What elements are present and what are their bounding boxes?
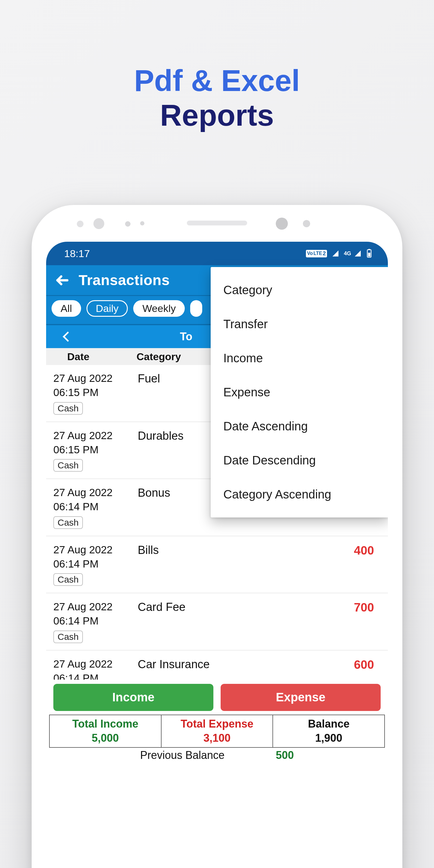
tx-date: 27 Aug 2022 xyxy=(53,542,138,557)
table-row[interactable]: 27 Aug 2022 06:14 PM Cash Bills 400 xyxy=(46,536,388,594)
battery-icon xyxy=(366,249,372,258)
marketing-headline: Pdf & Excel Reports xyxy=(0,63,434,133)
summary-label: Total Income xyxy=(72,717,138,731)
tx-time: 06:14 PM xyxy=(53,614,138,628)
status-icons: VoLTE2 4G xyxy=(306,249,372,258)
tx-date: 27 Aug 2022 xyxy=(53,485,138,499)
speaker-grille-icon xyxy=(187,221,247,225)
prev-balance-label: Previous Balance xyxy=(140,749,224,762)
wallet-badge: Cash xyxy=(53,630,83,643)
page-title: Transactions xyxy=(79,272,170,288)
summary-value: 3,100 xyxy=(204,731,230,745)
sort-filter-menu: Category Transfer Income Expense Date As… xyxy=(211,267,388,518)
tx-date: 27 Aug 2022 xyxy=(53,657,138,671)
prev-balance-value: 500 xyxy=(276,749,294,762)
summary-total-income: Total Income 5,000 xyxy=(50,715,161,747)
back-arrow-icon[interactable] xyxy=(55,274,68,287)
tx-date: 27 Aug 2022 xyxy=(53,599,138,614)
summary-previous-balance: Previous Balance 500 xyxy=(46,748,388,763)
front-camera-icon xyxy=(276,218,288,230)
phone-frame: 18:17 VoLTE2 4G Transaction xyxy=(32,205,402,868)
table-row[interactable]: 27 Aug 2022 06:14 PM Car Insurance 600 xyxy=(46,651,388,680)
sensor-dot-icon xyxy=(93,218,104,229)
summary-label: Total Expense xyxy=(181,717,253,731)
menu-item-date-descending[interactable]: Date Descending xyxy=(211,443,388,477)
menu-item-expense[interactable]: Expense xyxy=(211,375,388,409)
tx-time: 06:15 PM xyxy=(53,442,138,457)
sensor-dot-icon xyxy=(77,221,84,227)
volte-icon: VoLTE2 xyxy=(306,250,327,257)
svg-rect-1 xyxy=(368,253,370,257)
filter-chip-weekly[interactable]: Weekly xyxy=(133,300,185,317)
phone-hardware-top xyxy=(32,205,402,232)
chevron-left-icon[interactable] xyxy=(63,332,73,342)
status-time: 18:17 xyxy=(64,248,90,259)
wallet-badge: Cash xyxy=(53,459,83,472)
signal-icon xyxy=(331,250,340,257)
headline-line-1: Pdf & Excel xyxy=(0,63,434,98)
action-button-row: Income Expense xyxy=(46,680,388,715)
filter-chip-next[interactable] xyxy=(190,300,202,317)
summary-value: 5,000 xyxy=(92,731,119,745)
tx-time: 06:14 PM xyxy=(53,671,138,680)
summary-table: Total Income 5,000 Total Expense 3,100 B… xyxy=(49,715,385,748)
tx-category: Card Fee xyxy=(138,599,320,643)
sensor-dot-icon xyxy=(140,221,144,225)
sensor-dot-icon xyxy=(125,221,130,227)
tx-amount: 400 xyxy=(320,542,381,586)
expense-button[interactable]: Expense xyxy=(221,684,381,711)
filter-chip-all[interactable]: All xyxy=(52,300,81,317)
menu-item-date-ascending[interactable]: Date Ascending xyxy=(211,409,388,443)
tx-date: 27 Aug 2022 xyxy=(53,428,138,442)
phone-screen: 18:17 VoLTE2 4G Transaction xyxy=(46,242,388,868)
signal-icon xyxy=(353,250,362,257)
tx-category: Car Insurance xyxy=(138,657,320,680)
sensor-dot-icon xyxy=(303,220,310,227)
table-row[interactable]: 27 Aug 2022 06:14 PM Cash Card Fee 700 xyxy=(46,593,388,651)
tx-time: 06:15 PM xyxy=(53,385,138,399)
filter-chip-daily[interactable]: Daily xyxy=(87,300,128,317)
network-4g-label: 4G xyxy=(344,250,351,257)
wallet-badge: Cash xyxy=(53,516,83,529)
svg-rect-2 xyxy=(369,249,370,250)
tx-time: 06:14 PM xyxy=(53,557,138,571)
summary-label: Balance xyxy=(308,717,350,731)
menu-item-category[interactable]: Category xyxy=(211,273,388,307)
income-button[interactable]: Income xyxy=(53,684,213,711)
tx-date: 27 Aug 2022 xyxy=(53,371,138,385)
android-status-bar: 18:17 VoLTE2 4G xyxy=(46,242,388,265)
tx-amount: 600 xyxy=(320,657,381,680)
col-header-date: Date xyxy=(46,351,136,363)
summary-balance: Balance 1,900 xyxy=(273,715,384,747)
wallet-badge: Cash xyxy=(53,573,83,586)
tx-category: Bills xyxy=(138,542,320,586)
summary-total-expense: Total Expense 3,100 xyxy=(161,715,273,747)
menu-item-category-ascending[interactable]: Category Ascending xyxy=(211,477,388,512)
tx-time: 06:14 PM xyxy=(53,499,138,514)
summary-value: 1,900 xyxy=(315,731,342,745)
tx-amount: 700 xyxy=(320,599,381,643)
date-nav-label: To xyxy=(180,330,192,343)
headline-line-2: Reports xyxy=(0,98,434,133)
menu-item-income[interactable]: Income xyxy=(211,341,388,375)
menu-item-transfer[interactable]: Transfer xyxy=(211,307,388,341)
wallet-badge: Cash xyxy=(53,402,83,415)
